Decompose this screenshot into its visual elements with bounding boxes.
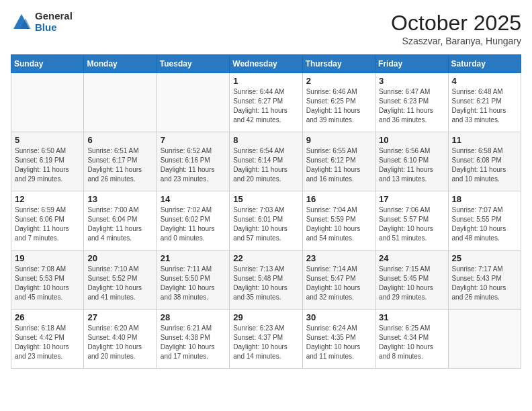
day-number: 26 [15,312,80,322]
day-number: 20 [87,253,152,263]
calendar-cell: 31Sunrise: 6:25 AM Sunset: 4:34 PM Dayli… [375,310,448,369]
day-info: Sunrise: 7:11 AM Sunset: 5:50 PM Dayligh… [161,265,226,302]
day-info: Sunrise: 6:58 AM Sunset: 6:08 PM Dayligh… [452,146,517,184]
calendar-week-row: 19Sunrise: 7:08 AM Sunset: 5:53 PM Dayli… [11,250,521,310]
calendar-cell [157,73,229,132]
day-info: Sunrise: 7:06 AM Sunset: 5:57 PM Dayligh… [379,205,444,243]
day-number: 27 [87,312,152,322]
day-number: 4 [452,76,517,86]
day-number: 8 [233,135,298,145]
day-info: Sunrise: 6:20 AM Sunset: 4:40 PM Dayligh… [87,324,152,361]
calendar-week-row: 26Sunrise: 6:18 AM Sunset: 4:42 PM Dayli… [11,310,521,369]
calendar-cell: 26Sunrise: 6:18 AM Sunset: 4:42 PM Dayli… [11,310,84,369]
calendar-cell: 14Sunrise: 7:02 AM Sunset: 6:02 PM Dayli… [157,191,229,250]
calendar-cell: 17Sunrise: 7:06 AM Sunset: 5:57 PM Dayli… [375,191,448,250]
calendar-cell [448,310,521,369]
calendar-cell: 4Sunrise: 6:48 AM Sunset: 6:21 PM Daylig… [448,73,521,132]
calendar-cell: 28Sunrise: 6:21 AM Sunset: 4:38 PM Dayli… [157,310,229,369]
title-section: October 2025 Szaszvar, Baranya, Hungary [391,11,521,46]
calendar-cell: 27Sunrise: 6:20 AM Sunset: 4:40 PM Dayli… [84,310,157,369]
day-number: 15 [233,194,298,204]
day-number: 29 [233,312,298,322]
logo-blue-text: Blue [35,22,73,34]
calendar-cell: 3Sunrise: 6:47 AM Sunset: 6:23 PM Daylig… [375,73,448,132]
day-info: Sunrise: 6:21 AM Sunset: 4:38 PM Dayligh… [161,324,226,361]
calendar-table: SundayMondayTuesdayWednesdayThursdayFrid… [11,54,521,369]
day-info: Sunrise: 6:46 AM Sunset: 6:25 PM Dayligh… [306,87,371,125]
day-info: Sunrise: 6:23 AM Sunset: 4:37 PM Dayligh… [233,324,298,361]
calendar-week-row: 5Sunrise: 6:50 AM Sunset: 6:19 PM Daylig… [11,132,521,191]
day-number: 23 [306,253,371,263]
day-number: 6 [87,135,152,145]
calendar-cell: 16Sunrise: 7:04 AM Sunset: 5:59 PM Dayli… [302,191,375,250]
day-info: Sunrise: 7:00 AM Sunset: 6:04 PM Dayligh… [87,205,152,243]
calendar-cell: 24Sunrise: 7:15 AM Sunset: 5:45 PM Dayli… [375,250,448,310]
calendar-cell: 20Sunrise: 7:10 AM Sunset: 5:52 PM Dayli… [84,250,157,310]
calendar-cell [11,73,84,132]
calendar-week-row: 1Sunrise: 6:44 AM Sunset: 6:27 PM Daylig… [11,73,521,132]
day-info: Sunrise: 7:17 AM Sunset: 5:43 PM Dayligh… [452,265,517,302]
calendar-cell: 30Sunrise: 6:24 AM Sunset: 4:35 PM Dayli… [302,310,375,369]
day-number: 31 [379,312,444,322]
calendar-week-row: 12Sunrise: 6:59 AM Sunset: 6:06 PM Dayli… [11,191,521,250]
day-info: Sunrise: 6:56 AM Sunset: 6:10 PM Dayligh… [379,146,444,184]
weekday-header-tuesday: Tuesday [157,55,229,73]
day-number: 12 [15,194,80,204]
day-info: Sunrise: 6:55 AM Sunset: 6:12 PM Dayligh… [306,146,371,184]
day-number: 10 [379,135,444,145]
calendar-cell: 8Sunrise: 6:54 AM Sunset: 6:14 PM Daylig… [230,132,302,191]
day-info: Sunrise: 7:10 AM Sunset: 5:52 PM Dayligh… [87,265,152,302]
day-info: Sunrise: 7:15 AM Sunset: 5:45 PM Dayligh… [379,265,444,302]
day-number: 19 [15,253,80,263]
calendar-cell: 1Sunrise: 6:44 AM Sunset: 6:27 PM Daylig… [230,73,302,132]
weekday-header-row: SundayMondayTuesdayWednesdayThursdayFrid… [11,55,521,73]
day-info: Sunrise: 6:48 AM Sunset: 6:21 PM Dayligh… [452,87,517,125]
day-info: Sunrise: 6:44 AM Sunset: 6:27 PM Dayligh… [233,87,298,125]
day-number: 30 [306,312,371,322]
calendar-cell: 6Sunrise: 6:51 AM Sunset: 6:17 PM Daylig… [84,132,157,191]
day-number: 22 [233,253,298,263]
day-number: 18 [452,194,517,204]
month-title: October 2025 [391,11,521,36]
calendar-cell: 13Sunrise: 7:00 AM Sunset: 6:04 PM Dayli… [84,191,157,250]
calendar-cell: 21Sunrise: 7:11 AM Sunset: 5:50 PM Dayli… [157,250,229,310]
day-info: Sunrise: 7:14 AM Sunset: 5:47 PM Dayligh… [306,265,371,302]
calendar-cell: 5Sunrise: 6:50 AM Sunset: 6:19 PM Daylig… [11,132,84,191]
weekday-header-wednesday: Wednesday [230,55,302,73]
day-info: Sunrise: 6:25 AM Sunset: 4:34 PM Dayligh… [379,324,444,361]
weekday-header-sunday: Sunday [11,55,84,73]
day-number: 5 [15,135,80,145]
calendar-cell: 2Sunrise: 6:46 AM Sunset: 6:25 PM Daylig… [302,73,375,132]
calendar-cell: 12Sunrise: 6:59 AM Sunset: 6:06 PM Dayli… [11,191,84,250]
day-info: Sunrise: 7:04 AM Sunset: 5:59 PM Dayligh… [306,205,371,243]
calendar-cell: 19Sunrise: 7:08 AM Sunset: 5:53 PM Dayli… [11,250,84,310]
calendar-cell: 29Sunrise: 6:23 AM Sunset: 4:37 PM Dayli… [230,310,302,369]
calendar-cell: 9Sunrise: 6:55 AM Sunset: 6:12 PM Daylig… [302,132,375,191]
calendar-cell: 23Sunrise: 7:14 AM Sunset: 5:47 PM Dayli… [302,250,375,310]
day-info: Sunrise: 6:51 AM Sunset: 6:17 PM Dayligh… [87,146,152,184]
day-info: Sunrise: 6:52 AM Sunset: 6:16 PM Dayligh… [161,146,226,184]
day-number: 21 [161,253,226,263]
calendar-cell: 10Sunrise: 6:56 AM Sunset: 6:10 PM Dayli… [375,132,448,191]
day-number: 25 [452,253,517,263]
day-number: 3 [379,76,444,86]
location-text: Szaszvar, Baranya, Hungary [391,36,521,46]
weekday-header-saturday: Saturday [448,55,521,73]
day-info: Sunrise: 7:03 AM Sunset: 6:01 PM Dayligh… [233,205,298,243]
logo-icon [11,13,32,32]
day-info: Sunrise: 6:18 AM Sunset: 4:42 PM Dayligh… [15,324,80,361]
day-info: Sunrise: 6:54 AM Sunset: 6:14 PM Dayligh… [233,146,298,184]
day-number: 24 [379,253,444,263]
calendar-cell: 18Sunrise: 7:07 AM Sunset: 5:55 PM Dayli… [448,191,521,250]
page-header: General Blue October 2025 Szaszvar, Bara… [11,11,521,46]
day-number: 7 [161,135,226,145]
weekday-header-monday: Monday [84,55,157,73]
calendar-cell: 15Sunrise: 7:03 AM Sunset: 6:01 PM Dayli… [230,191,302,250]
calendar-cell: 7Sunrise: 6:52 AM Sunset: 6:16 PM Daylig… [157,132,229,191]
calendar-cell: 25Sunrise: 7:17 AM Sunset: 5:43 PM Dayli… [448,250,521,310]
day-number: 16 [306,194,371,204]
calendar-cell: 11Sunrise: 6:58 AM Sunset: 6:08 PM Dayli… [448,132,521,191]
calendar-cell [84,73,157,132]
logo-general-text: General [35,11,73,22]
day-number: 9 [306,135,371,145]
